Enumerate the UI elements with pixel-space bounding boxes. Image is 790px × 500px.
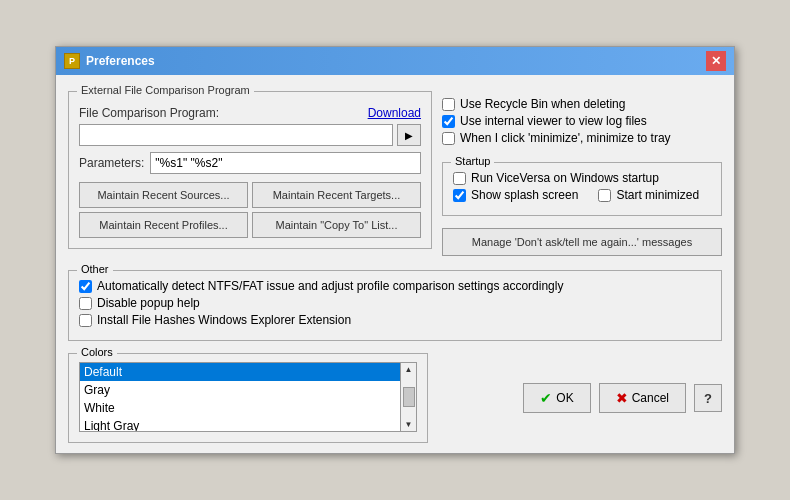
cancel-x-icon: ✖ — [616, 390, 628, 406]
file-comp-row: File Comparison Program: Download — [79, 106, 421, 120]
right-panel: Use Recycle Bin when deleting Use intern… — [442, 91, 722, 256]
startup-label: Startup — [451, 155, 494, 167]
recycle-bin-row: Use Recycle Bin when deleting — [442, 97, 722, 111]
top-section: External File Comparison Program File Co… — [68, 85, 722, 256]
dialog-title: Preferences — [86, 54, 155, 68]
internal-viewer-checkbox[interactable] — [442, 115, 455, 128]
other-label: Other — [77, 263, 113, 275]
title-bar-left: P Preferences — [64, 53, 155, 69]
title-bar: P Preferences ✕ — [56, 47, 734, 75]
parameters-label: Parameters: — [79, 156, 144, 170]
browse-button[interactable]: ▶ — [397, 124, 421, 146]
file-input-row: ▶ — [79, 124, 421, 146]
recycle-bin-checkbox[interactable] — [442, 98, 455, 111]
start-minimized-checkbox[interactable] — [598, 189, 611, 202]
parameters-input[interactable] — [150, 152, 421, 174]
maintain-recent-sources-button[interactable]: Maintain Recent Sources... — [79, 182, 248, 208]
cancel-label: Cancel — [632, 391, 669, 405]
ntfs-label: Automatically detect NTFS/FAT issue and … — [97, 279, 563, 293]
external-file-label: External File Comparison Program — [77, 84, 254, 96]
maintain-buttons: Maintain Recent Sources... Maintain Rece… — [79, 182, 421, 238]
minimize-tray-checkbox[interactable] — [442, 132, 455, 145]
color-item-default[interactable]: Default — [80, 363, 400, 381]
color-item-gray[interactable]: Gray — [80, 381, 400, 399]
bottom-row: Colors Default Gray White Light Gray ▲ ▼ — [68, 353, 722, 443]
help-button[interactable]: ? — [694, 384, 722, 412]
file-comparison-label: File Comparison Program: — [79, 106, 219, 120]
start-minimized-row: Start minimized — [598, 188, 699, 202]
top-checkboxes: Use Recycle Bin when deleting Use intern… — [442, 91, 722, 154]
disable-popup-checkbox[interactable] — [79, 297, 92, 310]
dialog-icon: P — [64, 53, 80, 69]
minimize-tray-row: When I click 'minimize', minimize to tra… — [442, 131, 722, 145]
preferences-dialog: P Preferences ✕ External File Comparison… — [55, 46, 735, 454]
other-group: Other Automatically detect NTFS/FAT issu… — [68, 270, 722, 341]
colors-label: Colors — [77, 346, 117, 358]
startup-group: Startup Run ViceVersa on Windows startup… — [442, 162, 722, 216]
ok-label: OK — [556, 391, 573, 405]
install-hashes-label: Install File Hashes Windows Explorer Ext… — [97, 313, 351, 327]
install-hashes-row: Install File Hashes Windows Explorer Ext… — [79, 313, 711, 327]
disable-popup-label: Disable popup help — [97, 296, 200, 310]
maintain-recent-profiles-button[interactable]: Maintain Recent Profiles... — [79, 212, 248, 238]
cancel-button[interactable]: ✖ Cancel — [599, 383, 686, 413]
install-hashes-checkbox[interactable] — [79, 314, 92, 327]
ntfs-checkbox[interactable] — [79, 280, 92, 293]
left-panel: External File Comparison Program File Co… — [68, 85, 432, 256]
dialog-content: External File Comparison Program File Co… — [56, 75, 734, 453]
external-file-group: External File Comparison Program File Co… — [68, 91, 432, 249]
colors-list-container: Default Gray White Light Gray ▲ ▼ — [79, 362, 417, 432]
file-comparison-input[interactable] — [79, 124, 393, 146]
start-minimized-label: Start minimized — [616, 188, 699, 202]
recycle-bin-label: Use Recycle Bin when deleting — [460, 97, 625, 111]
scroll-up-icon[interactable]: ▲ — [405, 365, 413, 374]
ok-check-icon: ✔ — [540, 390, 552, 406]
maintain-copy-to-button[interactable]: Maintain "Copy To" List... — [252, 212, 421, 238]
colors-scrollbar[interactable]: ▲ ▼ — [400, 363, 416, 431]
color-item-white[interactable]: White — [80, 399, 400, 417]
colors-list: Default Gray White Light Gray — [80, 363, 400, 431]
internal-viewer-label: Use internal viewer to view log files — [460, 114, 647, 128]
splash-label: Show splash screen — [471, 188, 578, 202]
splash-minimized-row: Show splash screen Start minimized — [453, 188, 711, 205]
close-button[interactable]: ✕ — [706, 51, 726, 71]
scrollbar-thumb[interactable] — [403, 387, 415, 407]
bottom-right: ✔ OK ✖ Cancel ? — [523, 383, 722, 413]
browse-icon: ▶ — [405, 130, 413, 141]
manage-messages-button[interactable]: Manage 'Don't ask/tell me again...' mess… — [442, 228, 722, 256]
disable-popup-row: Disable popup help — [79, 296, 711, 310]
splash-checkbox[interactable] — [453, 189, 466, 202]
run-viceversa-row: Run ViceVersa on Windows startup — [453, 171, 711, 185]
splash-row: Show splash screen — [453, 188, 578, 202]
run-viceversa-label: Run ViceVersa on Windows startup — [471, 171, 659, 185]
maintain-recent-targets-button[interactable]: Maintain Recent Targets... — [252, 182, 421, 208]
run-viceversa-checkbox[interactable] — [453, 172, 466, 185]
download-link[interactable]: Download — [368, 106, 421, 120]
ok-button[interactable]: ✔ OK — [523, 383, 590, 413]
ntfs-row: Automatically detect NTFS/FAT issue and … — [79, 279, 711, 293]
minimize-tray-label: When I click 'minimize', minimize to tra… — [460, 131, 671, 145]
params-row: Parameters: — [79, 152, 421, 174]
internal-viewer-row: Use internal viewer to view log files — [442, 114, 722, 128]
scroll-down-icon[interactable]: ▼ — [405, 420, 413, 429]
color-item-light-gray[interactable]: Light Gray — [80, 417, 400, 431]
colors-group: Colors Default Gray White Light Gray ▲ ▼ — [68, 353, 428, 443]
